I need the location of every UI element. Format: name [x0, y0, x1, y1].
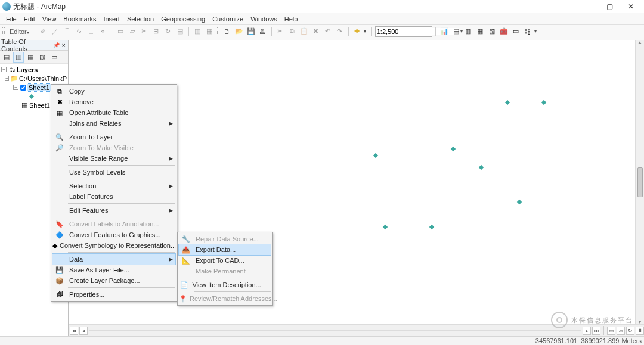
collapse-icon[interactable]: − — [13, 85, 18, 90]
menu-item[interactable]: ✖Remove — [52, 97, 175, 107]
editor-toolbar-icon[interactable]: 📊 — [439, 26, 450, 37]
menu-selection[interactable]: Selection — [123, 15, 157, 23]
rotate-icon[interactable]: ↻ — [163, 26, 174, 37]
menu-help[interactable]: Help — [281, 15, 302, 23]
collapse-icon[interactable]: − — [1, 67, 7, 72]
close-button[interactable]: ✕ — [620, 0, 642, 13]
sketch-props-icon[interactable]: ▥ — [192, 26, 203, 37]
model-builder-icon[interactable]: ⛓ — [522, 26, 533, 37]
delete-icon[interactable]: ✖ — [311, 26, 321, 37]
menu-item[interactable]: Visible Scale Range▶ — [52, 153, 175, 164]
edit-straight-icon[interactable]: ／ — [50, 26, 61, 37]
edit-arc-icon[interactable]: ⌒ — [62, 26, 73, 37]
menu-item[interactable]: 📦Create Layer Package... — [52, 275, 175, 286]
toc-list-source-icon[interactable]: ▥ — [13, 52, 24, 63]
repair-icon: 🔧 — [179, 235, 193, 243]
reshape-icon[interactable]: ▱ — [127, 26, 138, 37]
menu-geoprocessing[interactable]: Geoprocessing — [157, 15, 209, 23]
menu-item-label: Repair Data Source... — [193, 235, 261, 243]
menu-item[interactable]: 🔍Zoom To Layer — [52, 132, 175, 142]
menu-view[interactable]: View — [39, 15, 60, 23]
edit-vertices-icon[interactable]: ▭ — [115, 26, 126, 37]
collapse-icon[interactable]: − — [5, 76, 9, 81]
scroll-prev-icon[interactable]: ◂ — [79, 327, 88, 335]
menu-item: 📍Review/Rematch Addresses... — [179, 293, 271, 304]
menu-item[interactable]: 🔷Convert Features to Graphics... — [52, 229, 175, 240]
toolbar-grip[interactable] — [2, 27, 5, 36]
menu-item-label: Review/Rematch Addresses... — [187, 295, 280, 302]
save-doc-icon[interactable]: 💾 — [246, 26, 256, 37]
menu-item[interactable]: Data▶ — [52, 254, 175, 265]
scale-combo[interactable]: ▾ — [375, 26, 432, 37]
vertical-scrollbar[interactable]: ▲ ▼ — [635, 40, 644, 324]
add-data-icon[interactable]: ✚ — [352, 26, 363, 37]
menu-item[interactable]: ▦Open Attribute Table — [52, 107, 175, 118]
pause-drawing-icon[interactable]: ⏸ — [636, 327, 644, 335]
toolbar-grip[interactable] — [217, 27, 219, 36]
pin-icon[interactable]: 📌 — [53, 42, 60, 48]
menu-windows[interactable]: Windows — [247, 15, 281, 23]
edit-trace-icon[interactable]: ∿ — [74, 26, 85, 37]
scroll-first-icon[interactable]: ⏮ — [70, 327, 78, 335]
layer-context-menu: ⧉Copy✖Remove▦Open Attribute TableJoins a… — [51, 84, 177, 302]
print-icon[interactable]: 🖶 — [258, 26, 268, 37]
edit-tool-icon[interactable]: ✐ — [38, 26, 49, 37]
redo-icon[interactable]: ↷ — [335, 26, 345, 37]
menu-bookmarks[interactable]: Bookmarks — [60, 15, 100, 23]
paste-icon[interactable]: 📋 — [299, 26, 309, 37]
toc-header: Table Of Contents 📌 × — [0, 40, 68, 51]
toc-list-visibility-icon[interactable]: ▦ — [25, 52, 36, 63]
tree-folder[interactable]: − 📁 C:\Users\ThinkP — [1, 74, 67, 83]
toc-icon[interactable]: ▤ — [451, 26, 462, 37]
window-buttons: — ▢ ✕ — [577, 0, 642, 13]
minimize-button[interactable]: — — [577, 0, 599, 13]
menu-item[interactable]: ◆Convert Symbology to Representation... — [52, 240, 175, 251]
toc-options-icon[interactable]: ▭ — [49, 52, 60, 63]
undo-icon[interactable]: ↶ — [323, 26, 333, 37]
editor-dropdown[interactable]: Editor▾ — [7, 28, 32, 35]
edit-midpoint-icon[interactable]: ⋄ — [98, 26, 109, 37]
cut-polygons-icon[interactable]: ✂ — [139, 26, 150, 37]
menu-item[interactable]: Edit Features▶ — [52, 205, 175, 216]
arccatalog-icon[interactable]: ▧ — [487, 26, 497, 37]
properties-icon: 🗐 — [52, 291, 67, 298]
toc-list-selection-icon[interactable]: ▧ — [37, 52, 48, 63]
menu-item[interactable]: 🗐Properties... — [52, 289, 175, 300]
maximize-button[interactable]: ▢ — [599, 0, 620, 13]
submenu-arrow-icon: ▶ — [166, 256, 175, 262]
copy-icon: ⧉ — [52, 88, 67, 95]
menu-item[interactable]: 📄View Item Description... — [179, 279, 271, 290]
cut-icon[interactable]: ✂ — [275, 26, 286, 37]
new-doc-icon[interactable]: 🗋 — [222, 26, 233, 37]
wechat-icon — [551, 312, 568, 328]
menu-item[interactable]: 📐Export To CAD... — [179, 255, 271, 266]
toc-list-drawing-icon[interactable]: ▤ — [1, 52, 12, 63]
menu-item[interactable]: 💾Save As Layer File... — [52, 265, 175, 275]
menu-item[interactable]: Label Features — [52, 191, 175, 202]
menu-item[interactable]: Use Symbol Levels — [52, 167, 175, 178]
menu-item[interactable]: Joins and Relates▶ — [52, 118, 175, 129]
tree-root[interactable]: − 🗂 Layers — [1, 65, 67, 74]
catalog-icon[interactable]: ▥ — [463, 26, 473, 37]
toolbox-icon[interactable]: 🧰 — [499, 26, 509, 37]
menu-item-label: View Item Description... — [190, 281, 263, 288]
menu-item[interactable]: 📤Export Data... — [179, 244, 271, 255]
menu-item[interactable]: Selection▶ — [52, 181, 175, 191]
menu-file[interactable]: File — [2, 15, 20, 23]
add-data-dd[interactable]: ▾ — [364, 29, 369, 34]
attributes-icon[interactable]: ▤ — [175, 26, 185, 37]
edit-right-angle-icon[interactable]: ∟ — [86, 26, 97, 37]
copy-icon[interactable]: ⧉ — [287, 26, 298, 37]
open-doc-icon[interactable]: 📂 — [234, 26, 244, 37]
menu-item-label: Save As Layer File... — [67, 266, 166, 273]
toc-close-icon[interactable]: × — [61, 42, 67, 49]
menu-item[interactable]: ⧉Copy — [52, 86, 175, 97]
split-icon[interactable]: ⊟ — [151, 26, 162, 37]
menu-customize[interactable]: Customize — [209, 15, 247, 23]
layer-visibility-checkbox[interactable] — [20, 85, 26, 91]
create-features-icon[interactable]: ▦ — [204, 26, 215, 37]
menu-edit[interactable]: Edit — [20, 15, 39, 23]
python-icon[interactable]: ▭ — [510, 26, 521, 37]
search-window-icon[interactable]: ▦ — [475, 26, 485, 37]
menu-insert[interactable]: Insert — [100, 15, 123, 23]
